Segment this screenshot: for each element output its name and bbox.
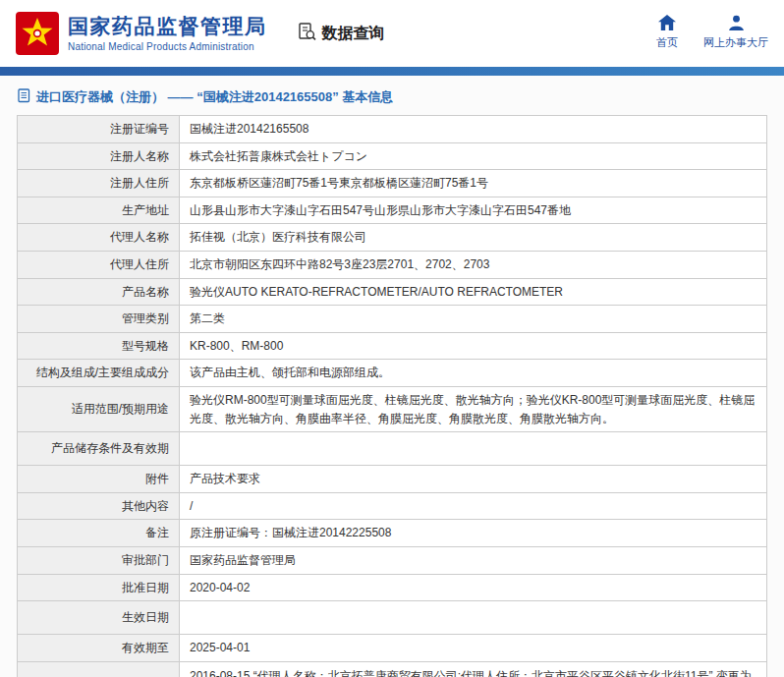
table-row: 代理人住所北京市朝阳区东四环中路82号3座23层2701、2702、2703 — [18, 251, 767, 278]
page-title: 进口医疗器械（注册） —— “国械注进20142165508” 基本信息 — [0, 76, 784, 115]
registration-info-table-wrap: 注册证编号国械注进20142165508注册人名称株式会社拓普康株式会社トプコン… — [17, 115, 767, 677]
row-value: 北京市朝阳区东四环中路82号3座23层2701、2702、2703 — [180, 251, 767, 278]
table-row: 型号规格KR-800、RM-800 — [18, 332, 767, 360]
table-row: 产品储存条件及有效期 — [18, 432, 767, 466]
row-value: 国械注进20142165508 — [180, 116, 767, 143]
nav-online-hall[interactable]: 网上办事大厅 — [703, 15, 768, 50]
nmpa-logo-block[interactable]: 国家药品监督管理局 National Medical Products Admi… — [16, 12, 267, 55]
registration-info-table: 注册证编号国械注进20142165508注册人名称株式会社拓普康株式会社トプコン… — [17, 115, 767, 677]
page-header: 国家药品监督管理局 National Medical Products Admi… — [0, 0, 784, 67]
row-label: 注册人住所 — [18, 170, 180, 197]
table-row: 注册证编号国械注进20142165508 — [18, 116, 767, 143]
nav-data-query[interactable]: 数据查询 — [297, 22, 385, 46]
table-row: 适用范围/预期用途验光仪RM-800型可测量球面屈光度、柱镜屈光度、散光轴方向；… — [18, 386, 767, 431]
row-label: 注册证编号 — [18, 116, 180, 143]
table-row: 审批部门国家药品监督管理局 — [18, 546, 767, 574]
row-value: 2020-04-02 — [180, 574, 767, 601]
row-value: 山形县山形市大字漆山字石田547号山形県山形市大字漆山字石田547番地 — [180, 197, 767, 224]
row-label: 备注 — [18, 520, 180, 547]
header-quick-links: 首页 网上办事大厅 — [656, 15, 768, 52]
row-value: 原注册证编号：国械注进20142225508 — [180, 520, 767, 547]
row-value: 第二类 — [180, 306, 767, 333]
table-row: 生效日期 — [18, 601, 767, 635]
row-value: 验光仪AUTO KERATO-REFRACTOMETER/AUTO REFRAC… — [180, 278, 767, 306]
table-row: 其他内容/ — [18, 492, 767, 520]
home-icon — [658, 15, 676, 32]
row-value: 验光仪RM-800型可测量球面屈光度、柱镜屈光度、散光轴方向；验光仪KR-800… — [180, 386, 767, 431]
table-row: 产品名称验光仪AUTO KERATO-REFRACTOMETER/AUTO RE… — [18, 278, 767, 306]
row-value: 东京都板桥区蓮沼町75番1号東京都板橋区蓮沼町75番1号 — [180, 170, 767, 197]
row-label: 型号规格 — [18, 332, 180, 360]
row-value: 该产品由主机、颌托部和电源部组成。 — [180, 360, 767, 387]
nmpa-emblem-icon — [16, 12, 59, 55]
header-divider-bar — [0, 67, 784, 76]
data-query-label: 数据查询 — [322, 24, 385, 44]
table-row: 注册人住所东京都板桥区蓮沼町75番1号東京都板橋区蓮沼町75番1号 — [18, 170, 767, 197]
row-value — [180, 601, 767, 635]
table-row: 代理人名称拓佳视（北京）医疗科技有限公司 — [18, 224, 767, 252]
table-row: 结构及组成/主要组成成分该产品由主机、颌托部和电源部组成。 — [18, 360, 767, 387]
nav-home[interactable]: 首页 — [656, 15, 678, 50]
row-label: 管理类别 — [18, 306, 180, 333]
row-value: KR-800、RM-800 — [180, 332, 767, 360]
row-label: 有效期至 — [18, 635, 180, 662]
row-label: 附件 — [18, 466, 180, 493]
table-row: 有效期至2025-04-01 — [18, 635, 767, 662]
row-label: 注册人名称 — [18, 142, 180, 170]
hall-label: 网上办事大厅 — [703, 35, 768, 50]
info-table-body: 注册证编号国械注进20142165508注册人名称株式会社拓普康株式会社トプコン… — [18, 116, 767, 677]
row-value: / — [180, 492, 767, 520]
row-label: 批准日期 — [18, 574, 180, 601]
row-label: 产品储存条件及有效期 — [18, 432, 180, 466]
change-record-line: 2016-08-15 “代理人名称：北京拓普康商贸有限公司;代理人住所：北京市平… — [190, 667, 756, 677]
row-label: 审批部门 — [18, 546, 180, 574]
table-row: 管理类别第二类 — [18, 306, 767, 333]
document-icon — [18, 88, 30, 106]
row-label: 代理人住所 — [18, 251, 180, 278]
table-row: 备注原注册证编号：国械注进20142225508 — [18, 520, 767, 547]
table-row: 变更情况2016-08-15 “代理人名称：北京拓普康商贸有限公司;代理人住所：… — [18, 661, 767, 677]
table-row: 附件产品技术要求 — [18, 466, 767, 493]
row-value: 产品技术要求 — [180, 466, 767, 493]
table-row: 批准日期2020-04-02 — [18, 574, 767, 601]
row-label: 生效日期 — [18, 601, 180, 635]
row-label: 代理人名称 — [18, 224, 180, 252]
home-label: 首页 — [656, 35, 678, 50]
user-icon — [728, 15, 745, 32]
page-title-text: 进口医疗器械（注册） —— “国械注进20142165508” 基本信息 — [36, 88, 393, 106]
row-label: 产品名称 — [18, 278, 180, 306]
row-value: 2025-04-01 — [180, 635, 767, 662]
table-row: 生产地址山形县山形市大字漆山字石田547号山形県山形市大字漆山字石田547番地 — [18, 197, 767, 224]
table-row: 注册人名称株式会社拓普康株式会社トプコン — [18, 142, 767, 170]
row-label: 生产地址 — [18, 197, 180, 224]
row-label: 结构及组成/主要组成成分 — [18, 360, 180, 387]
org-name-en: National Medical Products Administration — [68, 41, 267, 52]
document-search-icon — [297, 22, 317, 46]
row-value: 株式会社拓普康株式会社トプコン — [180, 142, 767, 170]
row-value: 拓佳视（北京）医疗科技有限公司 — [180, 224, 767, 252]
row-label: 变更情况 — [18, 661, 180, 677]
org-names: 国家药品监督管理局 National Medical Products Admi… — [68, 15, 267, 51]
row-value — [180, 432, 767, 466]
row-label: 其他内容 — [18, 492, 180, 520]
row-value: 国家药品监督管理局 — [180, 546, 767, 574]
row-label: 适用范围/预期用途 — [18, 386, 180, 431]
org-name: 国家药品监督管理局 — [68, 15, 267, 38]
row-value: 2016-08-15 “代理人名称：北京拓普康商贸有限公司;代理人住所：北京市平… — [180, 661, 767, 677]
